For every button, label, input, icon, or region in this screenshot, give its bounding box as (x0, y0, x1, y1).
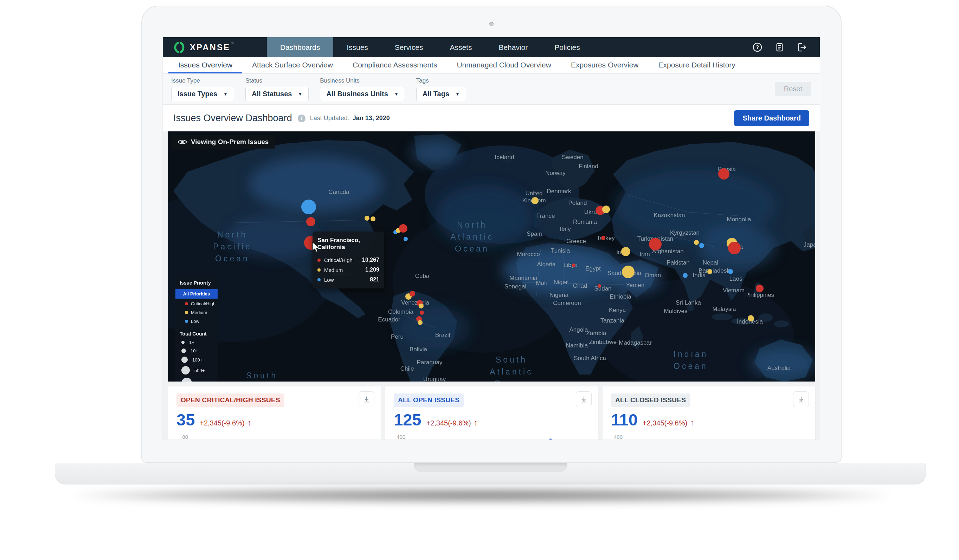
issue-marker-blue[interactable] (403, 237, 408, 241)
country-label-paraguay: Paraguay (417, 359, 443, 366)
issue-marker-red[interactable] (420, 310, 424, 315)
kpi-card-all-closed-issues: ALL CLOSED ISSUES110+2,345(-9.6%)↑400300 (602, 387, 815, 440)
ocean-label-south-pacific: South Pacific (242, 369, 281, 382)
country-label-senegal: Senegal (505, 283, 526, 290)
issue-marker-red[interactable] (399, 224, 408, 232)
issue-marker-red[interactable] (728, 242, 741, 255)
issue-marker-red[interactable] (649, 238, 662, 250)
tooltip-label: Low (324, 277, 334, 283)
tab-unmanaged-cloud-overview[interactable]: Unmanaged Cloud Overview (447, 57, 561, 73)
legend-priority-medium[interactable]: Medium (180, 308, 213, 317)
nav-item-issues[interactable]: Issues (333, 37, 381, 57)
country-label-yemen: Yemen (626, 282, 644, 289)
issue-marker-yellow[interactable] (622, 266, 634, 278)
issue-marker-yellow[interactable] (419, 304, 424, 309)
nav-item-services[interactable]: Services (381, 37, 436, 57)
issue-marker-yellow[interactable] (371, 216, 376, 221)
xpanse-logo-icon (173, 41, 185, 53)
count-circle-icon (182, 378, 192, 382)
issue-marker-red[interactable] (597, 284, 601, 288)
tab-issues-overview[interactable]: Issues Overview (168, 57, 242, 73)
issue-marker-yellow[interactable] (694, 240, 699, 245)
tab-attack-surface-overview[interactable]: Attack Surface Overview (242, 57, 343, 73)
country-label-canada: Canada (328, 189, 349, 196)
download-button[interactable] (793, 391, 809, 407)
country-label-kenya: Kenya (609, 307, 626, 314)
kpi-badge: ALL OPEN ISSUES (394, 393, 464, 407)
filter-dropdown-business-units[interactable]: All Business Units▼ (320, 87, 405, 101)
xpanse-logo[interactable]: XPANSE ™ (163, 37, 245, 57)
country-label-ecuador: Ecuador (378, 316, 400, 323)
country-label-oman: Oman (645, 272, 661, 279)
country-label-bolivia: Bolivia (409, 346, 427, 353)
download-button[interactable] (576, 391, 592, 407)
tab-exposures-overview[interactable]: Exposures Overview (561, 57, 648, 73)
info-icon[interactable]: i (298, 115, 306, 122)
nav-item-assets[interactable]: Assets (436, 37, 485, 57)
nav-item-dashboards[interactable]: Dashboards (267, 37, 333, 57)
ocean-label-north-pacific: North Pacific Ocean (213, 229, 252, 264)
release-notes-icon[interactable] (774, 42, 785, 53)
priority-dot-icon (185, 311, 188, 314)
kpi-card-open-critical-high-issues: OPEN CRITICAL/HIGH ISSUES35+2,345(-9.6%)… (168, 387, 381, 440)
issue-marker-red[interactable] (409, 291, 415, 296)
issue-marker-blue[interactable] (301, 200, 316, 214)
country-label-mali: Mali (536, 280, 546, 287)
kpi-value: 125 (394, 410, 421, 429)
svg-text:?: ? (756, 44, 759, 50)
issue-marker-red[interactable] (601, 236, 605, 240)
issue-marker-red[interactable] (756, 285, 763, 292)
count-circle-icon (182, 366, 190, 374)
legend-priorities: Critical/HighMediumLow (180, 299, 213, 326)
issues-world-map[interactable]: North Pacific OceanNorth Atlantic OceanS… (168, 131, 815, 382)
issue-marker-red[interactable] (306, 217, 315, 226)
country-label-maldives: Maldives (664, 308, 687, 315)
legend-priority-low[interactable]: Low (180, 317, 213, 326)
laptop-shadow (74, 488, 889, 503)
legend-all-priorities[interactable]: All Priorities (175, 289, 218, 299)
kpi-value-row: 125+2,345(-9.6%)↑ (394, 410, 589, 429)
filter-label-status: Status (245, 77, 309, 84)
share-dashboard-button[interactable]: Share Dashboard (734, 110, 809, 126)
sign-out-icon[interactable] (796, 42, 807, 53)
legend-title: Issue Priority (180, 280, 213, 286)
issue-marker-yellow[interactable] (532, 197, 538, 204)
tooltip-label: Medium (324, 267, 343, 273)
issue-marker-red[interactable] (572, 264, 575, 267)
nav-item-behavior[interactable]: Behavior (485, 37, 541, 57)
country-label-sweden: Sweden (562, 154, 583, 161)
kpi-value-row: 110+2,345(-9.6%)↑ (611, 410, 807, 429)
issue-marker-yellow[interactable] (602, 205, 610, 213)
help-icon[interactable]: ? (752, 42, 763, 53)
country-label-vietnam: Vietnam (723, 287, 745, 294)
download-button[interactable] (358, 391, 374, 407)
issue-marker-red[interactable] (718, 168, 730, 180)
filter-value-status: All Statuses (252, 90, 292, 98)
country-label-cuba: Cuba (415, 273, 430, 280)
tab-compliance-assessments[interactable]: Compliance Assessments (343, 57, 447, 73)
tab-exposure-detail-history[interactable]: Exposure Detail History (648, 57, 745, 73)
issue-marker-blue[interactable] (683, 273, 688, 278)
nav-item-policies[interactable]: Policies (541, 37, 593, 57)
legend-priority-critical-high[interactable]: Critical/High (180, 299, 213, 308)
issue-marker-blue[interactable] (699, 243, 704, 248)
country-label-kyrgyzstan: Kyrgyzstan (670, 229, 699, 236)
country-label-angola: Angola (569, 326, 588, 333)
filter-dropdown-issue-type[interactable]: Issue Types▼ (171, 87, 234, 101)
country-label-sudan: Sudan (594, 285, 611, 292)
country-label-ethiopia: Ethiopia (610, 293, 631, 301)
count-circle-icon (182, 348, 186, 353)
filter-dropdown-tags[interactable]: All Tags▼ (416, 87, 466, 101)
issue-marker-yellow[interactable] (417, 320, 422, 325)
reset-button[interactable]: Reset (775, 82, 811, 96)
issue-marker-yellow[interactable] (748, 315, 754, 321)
country-label-algeria: Algeria (537, 261, 556, 268)
issue-marker-blue[interactable] (728, 269, 733, 274)
legend-count-label: 100+ (192, 357, 202, 363)
sparkline-graphic (482, 435, 601, 440)
kpi-value: 110 (611, 410, 638, 429)
filter-dropdown-status[interactable]: All Statuses▼ (245, 87, 309, 101)
issue-marker-yellow[interactable] (707, 269, 712, 274)
issue-marker-yellow[interactable] (621, 247, 630, 256)
issue-marker-yellow[interactable] (365, 216, 370, 221)
